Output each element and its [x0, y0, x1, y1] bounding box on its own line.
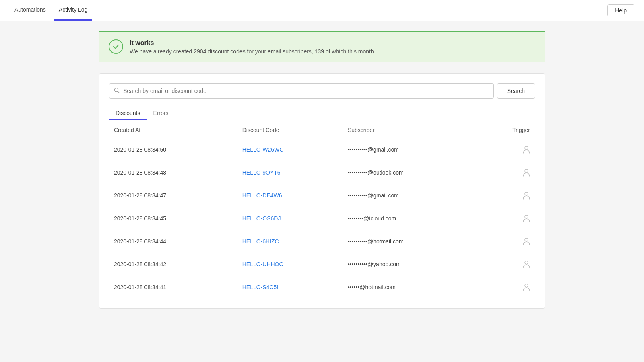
svg-line-1	[118, 91, 120, 93]
search-panel: Search Discounts Errors Created At Disco…	[99, 73, 545, 309]
search-row: Search	[109, 83, 535, 99]
table-row: 2020-01-28 08:34:45HELLO-OS6DJ••••••••@i…	[109, 207, 535, 230]
cell-subscriber: ••••••••••@gmail.com	[343, 138, 479, 161]
nav-tab-activity-log[interactable]: Activity Log	[54, 0, 93, 21]
col-header-subscriber: Subscriber	[343, 120, 479, 138]
person-icon	[483, 237, 530, 245]
cell-created-at: 2020-01-28 08:34:45	[109, 207, 237, 230]
svg-point-8	[525, 284, 528, 287]
help-button[interactable]: Help	[607, 4, 634, 16]
cell-trigger	[479, 253, 535, 276]
table-row: 2020-01-28 08:34:50HELLO-W26WC••••••••••…	[109, 138, 535, 161]
col-header-trigger: Trigger	[479, 120, 535, 138]
cell-trigger	[479, 161, 535, 184]
cell-created-at: 2020-01-28 08:34:50	[109, 138, 237, 161]
success-banner: It works We have already created 2904 di…	[99, 31, 545, 62]
cell-discount-code[interactable]: HELLO-OS6DJ	[237, 207, 343, 230]
search-input[interactable]	[109, 83, 494, 99]
search-button[interactable]: Search	[497, 83, 535, 99]
person-icon	[483, 283, 530, 291]
banner-description: We have already created 2904 discount co…	[130, 48, 376, 55]
svg-point-3	[525, 169, 528, 173]
person-icon	[483, 214, 530, 222]
cell-subscriber: ••••••••@icloud.com	[343, 207, 479, 230]
cell-trigger	[479, 276, 535, 299]
col-header-discount-code: Discount Code	[237, 120, 343, 138]
cell-created-at: 2020-01-28 08:34:41	[109, 276, 237, 299]
cell-created-at: 2020-01-28 08:34:48	[109, 161, 237, 184]
cell-subscriber: ••••••••••@outlook.com	[343, 161, 479, 184]
cell-discount-code[interactable]: HELLO-S4C5I	[237, 276, 343, 299]
success-icon	[109, 39, 123, 54]
banner-text: It works We have already created 2904 di…	[130, 39, 376, 55]
cell-trigger	[479, 230, 535, 253]
table-row: 2020-01-28 08:34:48HELLO-9OYT6••••••••••…	[109, 161, 535, 184]
cell-created-at: 2020-01-28 08:34:47	[109, 184, 237, 207]
table-row: 2020-01-28 08:34:44HELLO-6HIZC••••••••••…	[109, 230, 535, 253]
cell-discount-code[interactable]: HELLO-W26WC	[237, 138, 343, 161]
table-row: 2020-01-28 08:34:41HELLO-S4C5I••••••@hot…	[109, 276, 535, 299]
table-row: 2020-01-28 08:34:47HELLO-DE4W6••••••••••…	[109, 184, 535, 207]
cell-discount-code[interactable]: HELLO-UHHOO	[237, 253, 343, 276]
svg-point-6	[525, 238, 528, 241]
tab-discounts[interactable]: Discounts	[109, 107, 147, 120]
nav-tabs: Automations Activity Log	[10, 0, 92, 21]
svg-point-5	[525, 215, 528, 218]
cell-created-at: 2020-01-28 08:34:42	[109, 253, 237, 276]
cell-trigger	[479, 138, 535, 161]
main-content: It works We have already created 2904 di…	[93, 21, 551, 318]
svg-point-2	[525, 146, 528, 150]
cell-subscriber: ••••••@hotmail.com	[343, 276, 479, 299]
cell-discount-code[interactable]: HELLO-DE4W6	[237, 184, 343, 207]
col-header-created-at: Created At	[109, 120, 237, 138]
search-icon	[114, 88, 120, 95]
table-row: 2020-01-28 08:34:42HELLO-UHHOO••••••••••…	[109, 253, 535, 276]
cell-subscriber: ••••••••••@gmail.com	[343, 184, 479, 207]
nav-tab-automations[interactable]: Automations	[10, 0, 51, 21]
person-icon	[483, 146, 530, 154]
cell-subscriber: ••••••••••@yahoo.com	[343, 253, 479, 276]
tab-errors[interactable]: Errors	[147, 107, 175, 120]
cell-created-at: 2020-01-28 08:34:44	[109, 230, 237, 253]
cell-discount-code[interactable]: HELLO-9OYT6	[237, 161, 343, 184]
person-icon	[483, 169, 530, 177]
cell-subscriber: ••••••••••@hotmail.com	[343, 230, 479, 253]
svg-point-7	[525, 261, 528, 264]
person-icon	[483, 191, 530, 200]
inner-tabs: Discounts Errors	[109, 107, 535, 120]
top-nav: Automations Activity Log Help	[0, 0, 644, 21]
cell-discount-code[interactable]: HELLO-6HIZC	[237, 230, 343, 253]
cell-trigger	[479, 184, 535, 207]
banner-title: It works	[130, 39, 376, 47]
discounts-table: Created At Discount Code Subscriber Trig…	[109, 120, 535, 298]
svg-point-4	[525, 192, 528, 195]
search-input-wrap	[109, 83, 494, 99]
person-icon	[483, 260, 530, 268]
cell-trigger	[479, 207, 535, 230]
